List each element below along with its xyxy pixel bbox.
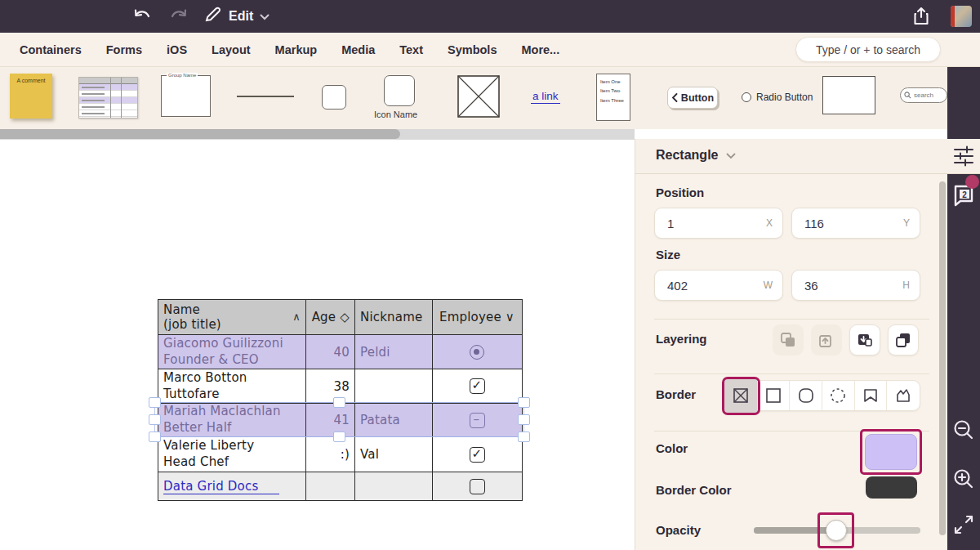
- cell-age: 40: [334, 345, 350, 360]
- magnifier-icon: [904, 92, 911, 99]
- asset-search-field[interactable]: search: [900, 87, 947, 103]
- table-row-selected[interactable]: Mariah MaclachlanBetter Half 41 Patata: [158, 404, 522, 437]
- opacity-handle-ring: [817, 512, 854, 548]
- chevron-down-icon: [726, 150, 736, 162]
- col-header-name[interactable]: Name (job title) ∧: [158, 300, 306, 334]
- asset-comment-sticky[interactable]: A comment: [10, 74, 52, 118]
- asset-item-list[interactable]: Item One Item Two Item Three: [596, 74, 630, 121]
- notification-dot: [965, 175, 979, 189]
- table-row[interactable]: Data Grid Docs: [158, 472, 522, 500]
- edit-menu-label: Edit: [229, 9, 253, 24]
- border-option-dashed-circle[interactable]: [822, 381, 855, 410]
- wireframe-canvas[interactable]: Name (job title) ∧ Age◇ Nickname Employe…: [0, 139, 635, 550]
- radio-selected-icon[interactable]: [470, 345, 484, 360]
- button-thumb-label: Button: [681, 92, 714, 104]
- zoom-out-icon[interactable]: [947, 414, 980, 447]
- cell-title: Head Chef: [163, 454, 301, 471]
- border-option-bookmark[interactable]: [855, 381, 888, 410]
- fill-color-ring: [860, 429, 922, 475]
- checkbox-indeterminate-icon[interactable]: [470, 413, 485, 428]
- asset-small-rect[interactable]: [322, 85, 346, 110]
- asset-icon-shape[interactable]: [384, 75, 415, 106]
- asset-radio-button[interactable]: Radio Button: [742, 92, 813, 103]
- send-backward-button[interactable]: [849, 324, 880, 355]
- radio-circle-icon: [742, 92, 751, 102]
- position-x-field[interactable]: 1 X: [654, 208, 783, 239]
- fill-color-swatch[interactable]: [865, 434, 917, 470]
- border-option-rounded[interactable]: [790, 381, 822, 410]
- checkbox-checked-icon[interactable]: [470, 447, 485, 463]
- menu-symbols[interactable]: Symbols: [448, 43, 497, 56]
- menu-containers[interactable]: Containers: [20, 43, 82, 56]
- search-input[interactable]: [795, 37, 941, 62]
- border-color-swatch[interactable]: [866, 476, 917, 499]
- bring-forward-button[interactable]: [811, 324, 842, 355]
- inspector-header: Rectangle: [635, 139, 980, 174]
- data-grid-widget[interactable]: Name (job title) ∧ Age◇ Nickname Employe…: [158, 299, 523, 501]
- cell-nickname: Patata: [360, 413, 427, 427]
- size-w-field[interactable]: 402 W: [654, 270, 783, 301]
- menu-layout[interactable]: Layout: [212, 43, 251, 56]
- selected-widget-dropdown[interactable]: Rectangle: [656, 148, 736, 163]
- border-color-label: Border Color: [656, 483, 732, 497]
- comments-count: 2: [962, 190, 967, 199]
- redo-icon[interactable]: [167, 6, 190, 27]
- cell-name: Marco Botton: [163, 370, 301, 387]
- edit-menu-button[interactable]: Edit: [203, 0, 270, 33]
- bring-to-front-button[interactable]: [773, 324, 804, 355]
- inspector-vscrollbar-thumb[interactable]: [939, 181, 946, 535]
- cell-title: Tuttofare: [163, 387, 301, 403]
- border-option-square[interactable]: [758, 381, 791, 410]
- avatar[interactable]: [951, 6, 972, 27]
- table-row[interactable]: Valerie LibertyHead Chef :) Val: [158, 437, 522, 472]
- asset-hscrollbar-thumb[interactable]: [0, 129, 400, 139]
- col-header-age[interactable]: Age◇: [306, 300, 355, 334]
- top-bar: Edit: [0, 0, 980, 33]
- pencil-icon: [203, 5, 222, 28]
- asset-horizontal-line[interactable]: [237, 96, 294, 97]
- sort-asc-icon[interactable]: ∧: [292, 311, 301, 323]
- checkbox-unchecked-icon[interactable]: [470, 479, 485, 494]
- size-h-field[interactable]: 36 H: [791, 270, 920, 301]
- cell-nickname: Peldi: [360, 345, 427, 360]
- inspector-toggle-icon[interactable]: [952, 145, 975, 168]
- asset-rectangle[interactable]: [822, 76, 875, 114]
- asset-image-placeholder[interactable]: [457, 75, 500, 118]
- asset-link[interactable]: a link: [531, 90, 560, 104]
- undo-icon[interactable]: [131, 6, 154, 27]
- menu-media[interactable]: Media: [341, 43, 375, 56]
- checkbox-checked-icon[interactable]: [470, 378, 485, 394]
- border-option-xbox[interactable]: [725, 381, 758, 410]
- table-row[interactable]: Giacomo GuilizzoniFounder & CEO 40 Peldi: [158, 335, 522, 369]
- asset-icon-label: Icon Name: [374, 110, 417, 119]
- cell-age: 41: [334, 413, 350, 427]
- cell-title: Founder & CEO: [163, 352, 301, 369]
- border-style-control: [724, 380, 920, 411]
- menu-markup[interactable]: Markup: [275, 43, 318, 56]
- data-grid-docs-link[interactable]: Data Grid Docs: [163, 479, 279, 494]
- menu-ios[interactable]: iOS: [167, 43, 187, 56]
- col-header-nickname[interactable]: Nickname: [355, 300, 433, 334]
- send-to-back-button[interactable]: [888, 324, 919, 355]
- menu-more[interactable]: More...: [521, 43, 559, 56]
- table-row[interactable]: Marco BottonTuttofare 38: [158, 369, 522, 404]
- position-y-value: 116: [804, 217, 824, 230]
- group-box-label: Group Name: [167, 73, 198, 78]
- fullscreen-icon[interactable]: [947, 508, 980, 541]
- menu-text[interactable]: Text: [399, 43, 423, 56]
- item-list-2: Item Two: [600, 87, 630, 96]
- table-header-row: Name (job title) ∧ Age◇ Nickname Employe…: [158, 300, 522, 335]
- menu-forms[interactable]: Forms: [106, 43, 142, 56]
- col-header-employee[interactable]: Employee∨: [433, 300, 521, 334]
- border-option-jagged[interactable]: [887, 381, 920, 410]
- sort-both-icon: ◇: [340, 310, 350, 324]
- zoom-in-icon[interactable]: [947, 463, 980, 496]
- asset-button[interactable]: Button: [667, 87, 718, 109]
- asset-data-grid[interactable]: [78, 77, 138, 118]
- position-y-field[interactable]: 116 Y: [791, 208, 920, 239]
- size-h-value: 36: [804, 279, 818, 293]
- cell-name: Giacomo Guilizzoni: [163, 336, 301, 352]
- asset-group-box[interactable]: Group Name: [161, 75, 211, 117]
- right-toolbar-top: [947, 67, 980, 139]
- share-icon[interactable]: [910, 6, 933, 27]
